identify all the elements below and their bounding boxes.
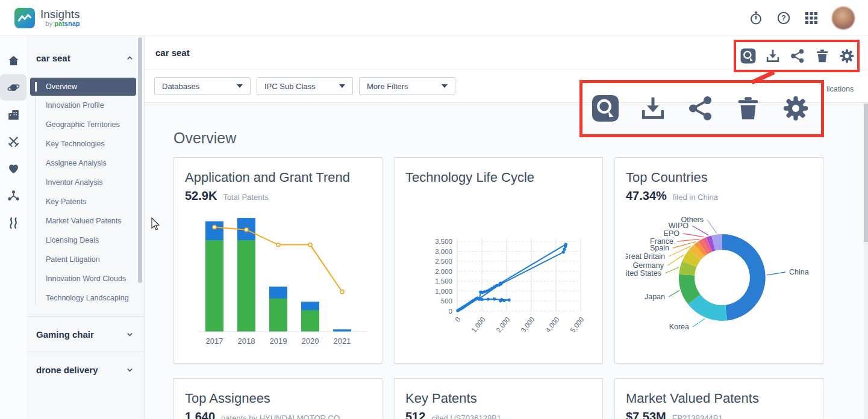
sidebar-item-key-patents[interactable]: Key Patents xyxy=(30,192,136,211)
card-title: Application and Grant Trend xyxy=(185,169,371,186)
svg-text:2,000: 2,000 xyxy=(495,315,511,334)
dropdown-caret-icon xyxy=(442,84,448,88)
rail-item-battles[interactable] xyxy=(0,128,27,155)
svg-text:Japan: Japan xyxy=(645,293,665,301)
app-logo[interactable]: Insights by patsnap xyxy=(14,8,80,28)
card-market-valued-patents[interactable]: Market Valued Patents$7.53MEP2138344B1 xyxy=(614,378,823,419)
project-name: car seat xyxy=(36,53,70,63)
rail-item-projects[interactable] xyxy=(0,74,27,101)
sidebar-scrollbar[interactable] xyxy=(138,37,142,283)
main-scrollbar-thumb[interactable] xyxy=(864,104,868,242)
icon-rail xyxy=(0,36,27,419)
building-icon xyxy=(7,108,20,121)
project-sidebar: car seat OverviewInnovation ProfileGeogr… xyxy=(27,36,145,419)
rail-item-roadmap[interactable] xyxy=(0,210,27,236)
toolbar-magnifier-icon[interactable] xyxy=(740,48,756,64)
card-caption: Total Patents xyxy=(223,193,268,202)
home-icon xyxy=(7,54,20,67)
help-icon[interactable]: ? xyxy=(776,11,791,25)
toolbar-zoom-download-icon[interactable] xyxy=(639,95,667,122)
rail-item-companies[interactable] xyxy=(0,101,27,128)
svg-text:1,500: 1,500 xyxy=(435,278,452,285)
svg-text:2018: 2018 xyxy=(238,337,255,346)
svg-text:500: 500 xyxy=(441,297,452,305)
sidebar-item-licensing-deals[interactable]: Licensing Deals xyxy=(30,231,136,250)
insights-logo-icon xyxy=(14,8,35,28)
svg-text:3,000: 3,000 xyxy=(435,248,452,255)
toolbar-zoom-magnifier-icon[interactable] xyxy=(592,95,619,122)
project-header-car-seat[interactable]: car seat xyxy=(27,36,144,75)
svg-text:4,000: 4,000 xyxy=(544,315,560,334)
sidebar-item-assignee-analysis[interactable]: Assignee Analysis xyxy=(30,154,136,173)
project-header-drone-delivery[interactable]: drone delivery xyxy=(27,352,144,387)
application-and-grant-trend-chart: 20172018201920202021 xyxy=(185,211,371,355)
card-caption: patents by HYUNDAI MOTOR CO xyxy=(221,414,340,419)
planet-icon xyxy=(7,81,20,94)
sidebar-item-innovation-profile[interactable]: Innovation Profile xyxy=(30,96,136,115)
card-toolbar xyxy=(740,48,855,64)
card-key-patents[interactable]: Key Patents512cited US7036128B1 xyxy=(394,378,603,419)
svg-text:2020: 2020 xyxy=(302,337,319,346)
card-stat: $7.53M xyxy=(626,410,666,419)
chevron-down-icon xyxy=(126,331,133,338)
filter-dropdown-ipc-sub-class[interactable]: IPC Sub Class xyxy=(257,77,353,95)
svg-text:France: France xyxy=(650,237,673,246)
brand-byline: by patsnap xyxy=(40,20,80,27)
rail-item-favorites[interactable] xyxy=(0,155,27,182)
toolbar-zoom-trash-icon[interactable] xyxy=(734,95,762,122)
sidebar-item-key-technologies[interactable]: Key Technologies xyxy=(30,134,136,154)
card-technology-life-cycle[interactable]: Technology Life Cycle05001,0001,5002,000… xyxy=(394,157,603,364)
sidebar-item-inventor-analysis[interactable]: Inventor Analysis xyxy=(30,173,136,192)
card-stat: 47.34% xyxy=(626,189,667,203)
project-header-gaming-chair[interactable]: Gaming chair xyxy=(27,316,144,352)
svg-text:2,000: 2,000 xyxy=(435,268,452,275)
sidebar-item-geographic-territories[interactable]: Geographic Territories xyxy=(30,115,136,134)
technology-life-cycle-chart: 05001,0001,5002,0002,5003,0003,50001,000… xyxy=(405,223,592,359)
svg-text:1,000: 1,000 xyxy=(470,315,486,334)
svg-text:3,500: 3,500 xyxy=(435,238,452,245)
svg-text:1,000: 1,000 xyxy=(435,288,452,295)
svg-text:Others: Others xyxy=(681,216,704,224)
road-icon xyxy=(7,217,20,229)
page-title: car seat xyxy=(155,48,190,58)
rail-item-home[interactable] xyxy=(0,47,27,73)
card-application-and-grant-trend[interactable]: Application and Grant Trend52.9KTotal Pa… xyxy=(173,157,382,364)
toolbar-share-icon[interactable] xyxy=(790,48,805,64)
dropdown-caret-icon xyxy=(339,84,345,88)
svg-text:2019: 2019 xyxy=(270,337,287,346)
dashboard-content: Overview Application and Grant Trend52.9… xyxy=(145,103,868,419)
filter-dropdown-databases[interactable]: Databases xyxy=(154,77,251,95)
card-top-assignees[interactable]: Top Assignees1,640patents by HYUNDAI MOT… xyxy=(173,378,382,419)
svg-text:3,000: 3,000 xyxy=(519,315,535,334)
sidebar-nav: OverviewInnovation ProfileGeographic Ter… xyxy=(27,78,144,308)
card-caption: EP2138344B1 xyxy=(672,414,723,419)
sidebar-item-overview[interactable]: Overview xyxy=(30,78,136,96)
card-title: Top Assignees xyxy=(185,390,371,407)
brand-title: Insights xyxy=(40,8,80,20)
toolbar-download-icon[interactable] xyxy=(765,48,781,64)
card-top-countries[interactable]: Top Countries47.34%filed in ChinaChinaKo… xyxy=(614,157,823,364)
filter-dropdown-more-filters[interactable]: More Filters xyxy=(359,77,455,95)
toolbar-zoom-gear-icon[interactable] xyxy=(782,95,810,122)
avatar[interactable] xyxy=(832,7,855,29)
sidebar-item-patent-litigation[interactable]: Patent Litigation xyxy=(30,250,136,269)
sidebar-item-technology-landscaping[interactable]: Technology Landscaping xyxy=(30,288,136,308)
chevron-up-icon xyxy=(126,55,133,61)
timer-icon[interactable] xyxy=(749,11,763,25)
main-scrollbar[interactable] xyxy=(864,104,868,419)
svg-text:0: 0 xyxy=(454,315,461,323)
toolbar-gear-icon[interactable] xyxy=(839,48,855,64)
section-title: Overview xyxy=(173,129,868,147)
card-toolbar-zoomed xyxy=(592,95,810,122)
chevron-down-icon xyxy=(126,367,133,373)
toolbar-trash-icon[interactable] xyxy=(814,48,830,64)
apps-grid-icon[interactable] xyxy=(804,11,819,25)
card-title: Market Valued Patents xyxy=(626,390,812,407)
svg-text:EPO: EPO xyxy=(664,229,680,238)
sidebar-item-market-valued-patents[interactable]: Market Valued Patents xyxy=(30,211,136,231)
toolbar-zoom-share-icon[interactable] xyxy=(687,95,714,122)
sidebar-item-innovation-word-clouds[interactable]: Innovation Word Clouds xyxy=(30,269,136,288)
top-countries-chart: ChinaKoreaJapanUnited StatesGermanyGreat… xyxy=(626,206,812,346)
svg-text:5,000: 5,000 xyxy=(569,315,585,334)
rail-item-network[interactable] xyxy=(0,182,27,209)
